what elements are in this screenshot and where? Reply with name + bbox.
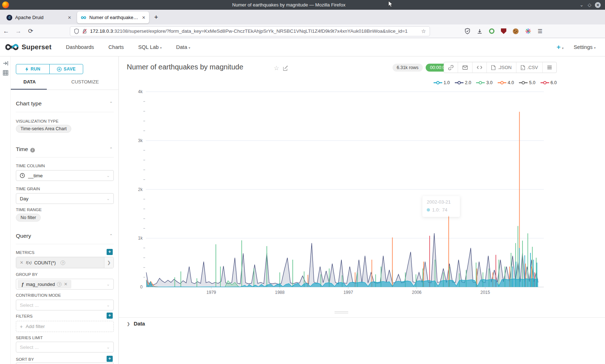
plus-circle-icon [57, 67, 62, 72]
contribution-mode-select[interactable]: Select ... ⌄ [16, 300, 114, 310]
export-json-button[interactable]: .JSON [487, 62, 516, 73]
run-button[interactable]: RUN [16, 64, 50, 74]
tab-customize[interactable]: CUSTOMIZE [71, 79, 99, 85]
favorite-star-icon[interactable]: ☆ [274, 64, 279, 72]
window-minimize-button[interactable]: ⌄ [578, 2, 586, 8]
download-icon[interactable] [477, 28, 483, 34]
time-grain-value: Day [20, 196, 28, 201]
nav-data[interactable]: Data▾ [176, 44, 190, 50]
window-title: Numer of earthquakes by magnitude — Mozi… [0, 2, 578, 8]
sort-by-select[interactable] [16, 363, 114, 364]
time-grain-select[interactable]: Day ⌄ [16, 193, 114, 204]
file-icon: x [521, 65, 525, 70]
section-chart-type[interactable]: Chart type [16, 100, 42, 107]
embed-code-button[interactable] [472, 62, 487, 73]
data-panel-label: Data [134, 321, 145, 327]
hamburger-menu-icon[interactable]: ☰ [538, 28, 542, 35]
tab-close-icon[interactable]: ✕ [142, 15, 145, 20]
firefox-logo-icon [2, 1, 9, 8]
copy-link-button[interactable] [444, 62, 458, 73]
section-time[interactable]: Timei [16, 146, 35, 153]
plus-icon: + [20, 324, 23, 329]
nav-charts[interactable]: Charts [108, 44, 124, 50]
envelope-icon [462, 65, 468, 70]
protections-shield-icon[interactable] [465, 28, 470, 34]
legend-marker [434, 81, 442, 85]
chart-canvas[interactable]: 01k2k3k4k19791988199720062015 2002-03-21… [119, 86, 605, 302]
add-metric-button[interactable]: + [107, 249, 113, 255]
url-bar[interactable]: 172.18.0.3:32108/superset/explore/?form_… [70, 26, 430, 36]
new-tab-button[interactable]: + [154, 13, 158, 21]
nav-sql-lab[interactable]: SQL Lab▾ [138, 44, 162, 50]
group-by-select[interactable]: ƒ mag_rounded ? ✕ ⌄ [16, 279, 114, 290]
series-limit-label: SERIES LIMIT [16, 336, 43, 340]
expand-dataset-panel-icon[interactable] [3, 61, 9, 66]
settings-menu[interactable]: Settings▾ [574, 44, 596, 50]
chevron-down-icon: ⌄ [107, 282, 110, 287]
add-filter-plus-button[interactable]: + [107, 313, 113, 319]
chevron-right-icon: ❯ [127, 322, 130, 326]
time-range-pill[interactable]: No filter [16, 214, 41, 222]
export-csv-button[interactable]: x .CSV [516, 62, 543, 73]
multicolor-asterisk-icon[interactable] [525, 28, 531, 34]
data-results-collapse[interactable]: ❯ Data [127, 321, 145, 327]
series-limit-select[interactable]: Select ... ⌄ [16, 342, 114, 352]
legend-item-3.0[interactable]: 3.0 [476, 80, 492, 85]
extension-green-ring-icon[interactable] [489, 28, 494, 34]
legend-item-6.0[interactable]: 6.0 [541, 80, 557, 85]
chevron-down-icon: ⌄ [107, 196, 110, 201]
insecure-lock-icon[interactable] [82, 28, 87, 34]
chevron-down-icon: ⌄ [107, 173, 110, 178]
email-button[interactable] [458, 62, 472, 73]
forward-button[interactable]: → [12, 28, 24, 35]
tab-label: Numer of earthquakes by [89, 15, 139, 20]
remove-group-by-icon[interactable]: ✕ [64, 282, 67, 287]
section-query[interactable]: Query [16, 233, 31, 239]
bookmark-star-icon[interactable]: ☆ [421, 28, 426, 35]
chart-panel: Numer of earthquakes by magnitude ☆ 6.31… [119, 56, 605, 364]
chevron-up-icon[interactable]: ⌃ [109, 233, 113, 238]
browser-tab-active-superset[interactable]: Numer of earthquakes by ✕ [77, 12, 149, 23]
tab-close-icon[interactable]: ✕ [68, 15, 71, 20]
remove-metric-icon[interactable]: ✕ [20, 260, 23, 265]
add-sort-by-button[interactable]: + [107, 356, 113, 362]
save-button[interactable]: SAVE [50, 64, 83, 74]
panel-resize-handle[interactable] [335, 311, 348, 314]
metric-item[interactable]: ✕ f(x) COUNT(*) ? ❯ [16, 257, 114, 268]
legend-item-2.0[interactable]: 2.0 [455, 80, 471, 85]
time-column-select[interactable]: __time ⌄ [16, 170, 114, 181]
legend-item-5.0[interactable]: 5.0 [519, 80, 535, 85]
window-maximize-button[interactable]: ◇ [586, 2, 593, 8]
row-count-badge: 6.31k rows [393, 64, 423, 72]
chevron-up-icon[interactable]: ⌃ [109, 101, 113, 106]
bolt-icon [25, 67, 28, 72]
chevron-up-icon[interactable]: ⌃ [109, 147, 113, 151]
svg-text:1988: 1988 [275, 290, 285, 295]
add-filter-box[interactable]: + Add filter [16, 321, 114, 332]
legend-marker [519, 81, 528, 85]
superset-logo[interactable]: Superset [5, 43, 51, 51]
group-by-label: GROUP BY [16, 272, 38, 277]
window-close-button[interactable]: ✕ [595, 2, 601, 8]
browser-tab-apache-druid[interactable]: d Apache Druid ✕ [3, 12, 75, 23]
tab-data[interactable]: DATA [23, 79, 36, 85]
expand-metric-icon[interactable]: ❯ [104, 257, 113, 268]
chart-menu-button[interactable] [543, 62, 556, 73]
nav-dashboards[interactable]: Dashboards [66, 44, 94, 50]
group-by-chip[interactable]: ƒ mag_rounded ? ✕ [18, 280, 71, 288]
cookie-icon[interactable] [513, 28, 519, 34]
reload-button[interactable]: ⟳ [24, 27, 37, 35]
back-button[interactable]: ← [0, 28, 12, 35]
legend-item-1.0[interactable]: 1.0 [434, 80, 450, 85]
legend-item-4.0[interactable]: 4.0 [498, 80, 514, 85]
file-icon [491, 65, 496, 70]
datasource-grid-icon[interactable] [3, 70, 8, 76]
permissions-shield-icon[interactable] [74, 28, 79, 34]
edit-title-icon[interactable] [283, 65, 288, 71]
contribution-mode-label: CONTRIBUTION MODE [16, 293, 61, 297]
ublock-shield-icon[interactable] [501, 28, 506, 34]
caret-down-icon: ▾ [562, 46, 564, 50]
viz-type-pill[interactable]: Time-series Area Chart [16, 125, 71, 133]
svg-text:x: x [522, 67, 523, 69]
new-item-button[interactable]: +▾ [556, 43, 564, 51]
